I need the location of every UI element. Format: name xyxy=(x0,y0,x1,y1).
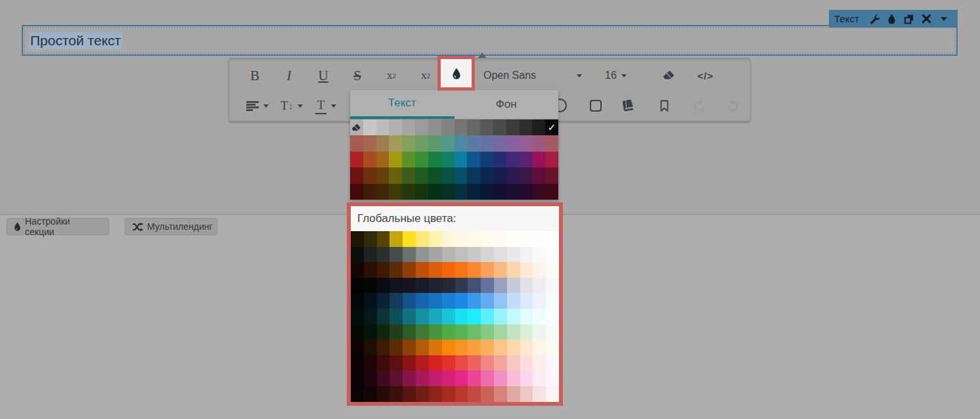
global-color-swatch[interactable] xyxy=(377,278,390,294)
global-color-swatch[interactable] xyxy=(429,370,442,386)
global-color-swatch[interactable] xyxy=(364,370,377,386)
global-color-swatch[interactable] xyxy=(442,231,455,247)
section-settings-button[interactable]: Настройки секции xyxy=(7,218,109,235)
global-color-swatch[interactable] xyxy=(455,386,468,402)
color-swatch[interactable] xyxy=(363,135,376,151)
color-swatch[interactable] xyxy=(376,167,390,183)
global-color-swatch[interactable] xyxy=(546,293,559,309)
global-color-swatch[interactable] xyxy=(546,355,559,371)
color-swatch[interactable] xyxy=(402,184,415,200)
global-color-swatch[interactable] xyxy=(364,231,377,247)
global-color-swatch[interactable] xyxy=(455,231,468,247)
color-swatch[interactable] xyxy=(415,184,428,200)
color-swatch[interactable] xyxy=(467,184,480,200)
global-color-swatch[interactable] xyxy=(494,262,507,278)
color-swatch[interactable] xyxy=(376,120,390,135)
global-color-swatch[interactable] xyxy=(468,262,481,278)
global-color-swatch[interactable] xyxy=(546,231,559,247)
global-color-swatch[interactable] xyxy=(520,278,533,294)
color-swatch[interactable] xyxy=(467,167,480,183)
code-view-button[interactable]: </> xyxy=(689,60,722,91)
color-swatch[interactable] xyxy=(493,120,506,135)
global-color-swatch[interactable] xyxy=(416,355,429,371)
global-color-swatch[interactable] xyxy=(494,309,507,324)
color-swatch[interactable] xyxy=(350,184,363,200)
font-family-select[interactable]: Open Sans xyxy=(476,60,589,91)
global-color-swatch[interactable] xyxy=(377,293,390,309)
global-color-swatch[interactable] xyxy=(351,293,364,309)
text-block[interactable]: Простой текст xyxy=(22,25,958,56)
global-color-swatch[interactable] xyxy=(377,386,390,402)
global-color-swatch[interactable] xyxy=(520,355,533,371)
color-swatch[interactable] xyxy=(415,135,428,151)
global-color-swatch[interactable] xyxy=(455,355,468,371)
global-color-swatch[interactable] xyxy=(546,386,559,402)
global-color-swatch[interactable] xyxy=(416,370,429,386)
global-color-swatch[interactable] xyxy=(481,278,494,294)
color-swatch[interactable] xyxy=(455,184,468,200)
color-swatch[interactable] xyxy=(545,135,558,151)
global-color-swatch[interactable] xyxy=(520,386,533,402)
subscript-button[interactable]: x2 xyxy=(375,60,408,91)
global-color-swatch[interactable] xyxy=(429,262,442,278)
global-color-swatch[interactable] xyxy=(442,386,455,402)
global-color-swatch[interactable] xyxy=(520,231,533,247)
global-color-swatch[interactable] xyxy=(364,278,377,294)
global-color-swatch[interactable] xyxy=(377,247,390,263)
color-swatch[interactable] xyxy=(376,135,390,151)
global-color-swatch[interactable] xyxy=(468,355,481,371)
global-color-swatch[interactable] xyxy=(377,262,390,278)
color-swatch[interactable] xyxy=(493,184,506,200)
color-swatch-selected[interactable]: ✓ xyxy=(545,120,558,135)
color-swatch[interactable] xyxy=(402,135,415,151)
color-swatch[interactable] xyxy=(415,152,428,167)
color-swatch[interactable] xyxy=(363,120,376,135)
global-color-swatch[interactable] xyxy=(494,386,507,402)
align-select[interactable] xyxy=(238,91,277,121)
global-color-swatch[interactable] xyxy=(507,262,520,278)
global-color-swatch[interactable] xyxy=(403,386,416,402)
global-color-swatch[interactable] xyxy=(468,340,481,355)
global-color-swatch[interactable] xyxy=(533,324,546,340)
global-color-swatch[interactable] xyxy=(403,247,416,263)
font-size-select[interactable]: 16 xyxy=(596,60,643,91)
global-color-swatch[interactable] xyxy=(481,247,494,263)
global-color-swatch[interactable] xyxy=(455,309,468,324)
color-swatch[interactable] xyxy=(467,152,480,167)
global-color-swatch[interactable] xyxy=(390,355,403,371)
global-color-swatch[interactable] xyxy=(455,324,468,340)
global-color-swatch[interactable] xyxy=(351,278,364,294)
global-color-swatch[interactable] xyxy=(481,324,494,340)
global-color-swatch[interactable] xyxy=(390,386,403,402)
global-color-swatch[interactable] xyxy=(455,293,468,309)
global-color-swatch[interactable] xyxy=(351,309,364,324)
global-color-swatch[interactable] xyxy=(468,247,481,263)
global-color-swatch[interactable] xyxy=(416,262,429,278)
global-color-swatch[interactable] xyxy=(546,309,559,324)
global-color-swatch[interactable] xyxy=(364,262,377,278)
global-color-swatch[interactable] xyxy=(546,324,559,340)
color-swatch[interactable] xyxy=(545,184,558,200)
color-swatch[interactable] xyxy=(480,184,493,200)
global-color-swatch[interactable] xyxy=(377,231,390,247)
color-swatch[interactable] xyxy=(455,167,468,183)
global-color-swatch[interactable] xyxy=(520,247,533,263)
global-color-swatch[interactable] xyxy=(390,247,403,263)
global-color-swatch[interactable] xyxy=(481,293,494,309)
global-color-swatch[interactable] xyxy=(533,386,546,402)
global-color-swatch[interactable] xyxy=(442,355,455,371)
global-color-swatch[interactable] xyxy=(429,309,442,324)
global-color-swatch[interactable] xyxy=(520,262,533,278)
color-swatch[interactable] xyxy=(506,135,520,151)
library-button[interactable] xyxy=(612,91,644,121)
global-color-swatch[interactable] xyxy=(533,262,546,278)
global-color-swatch[interactable] xyxy=(546,247,559,263)
global-color-swatch[interactable] xyxy=(351,340,364,355)
global-color-swatch[interactable] xyxy=(507,278,520,294)
global-color-swatch[interactable] xyxy=(442,293,455,309)
global-color-swatch[interactable] xyxy=(429,247,442,263)
global-color-swatch[interactable] xyxy=(403,340,416,355)
tab-text-color[interactable]: Текст xyxy=(350,90,455,119)
global-color-swatch[interactable] xyxy=(416,309,429,324)
color-swatch[interactable] xyxy=(441,135,455,151)
